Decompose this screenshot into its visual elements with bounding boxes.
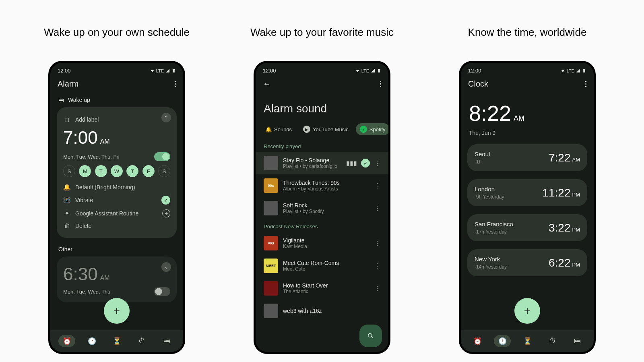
svg-rect-3 bbox=[379, 69, 380, 69]
nav-timer[interactable]: ⏳ bbox=[108, 335, 125, 347]
collapse-icon[interactable]: ⌃ bbox=[161, 113, 171, 122]
label-icon: ◻ bbox=[63, 116, 70, 123]
day-tue[interactable]: T bbox=[95, 165, 107, 177]
bell-icon: 🔔 bbox=[63, 184, 70, 191]
check-icon: ✓ bbox=[361, 159, 370, 168]
track-item[interactable]: Stay Flo - SolangePlaylist • by carlafco… bbox=[256, 152, 388, 174]
battery-icon bbox=[377, 68, 381, 73]
day-sun[interactable]: S bbox=[63, 165, 75, 177]
overflow-menu-icon[interactable] bbox=[175, 81, 176, 87]
panel-title: Wake up to your favorite music bbox=[250, 26, 394, 39]
add-label-button[interactable]: ◻ Add label bbox=[63, 114, 170, 126]
city-card[interactable]: San Francisco-17h Yesterday 3:22PM bbox=[467, 214, 587, 241]
panel-title: Wake up on your own schedule bbox=[44, 26, 190, 39]
track-item[interactable]: web3 with a16z bbox=[256, 300, 388, 322]
local-time: 8:22AM bbox=[469, 102, 586, 124]
alarm-toggle-off[interactable] bbox=[154, 287, 170, 296]
equalizer-icon: ▮▮▮ bbox=[346, 159, 357, 167]
city-card[interactable]: New York-14h Yesterday 6:22PM bbox=[467, 249, 587, 276]
page-title: Clock bbox=[468, 79, 488, 89]
album-art bbox=[264, 281, 278, 296]
search-fab[interactable] bbox=[359, 325, 382, 347]
panel-clock: Know the time, worldwide 12:00 LTE Clock… bbox=[429, 8, 626, 354]
track-menu-icon[interactable]: ⋮ bbox=[374, 182, 380, 190]
day-wed[interactable]: W bbox=[111, 165, 123, 177]
signal-icon bbox=[165, 68, 170, 73]
sound-row[interactable]: 🔔 Default (Bright Morning) bbox=[63, 181, 170, 193]
track-item[interactable]: MEET Meet Cute Rom-ComsMeet Cute ⋮ bbox=[256, 254, 388, 277]
nav-stopwatch[interactable]: ⏱ bbox=[544, 335, 561, 347]
track-menu-icon[interactable]: ⋮ bbox=[374, 205, 380, 212]
battery-icon bbox=[582, 68, 586, 73]
svg-rect-6 bbox=[583, 69, 585, 72]
svg-rect-0 bbox=[173, 69, 175, 72]
day-mon[interactable]: M bbox=[79, 165, 91, 177]
section-podcast: Podcast New Releases bbox=[256, 219, 388, 232]
vibrate-row[interactable]: 📳 Vibrate ✓ bbox=[63, 193, 170, 207]
nav-alarm[interactable]: ⏰ bbox=[469, 335, 486, 347]
chip-sounds[interactable]: 🔔Sounds bbox=[261, 123, 296, 135]
alarm-card-collapsed[interactable]: ⌄ 6:30AM Mon, Tue, Wed, Thu bbox=[57, 257, 177, 302]
delete-row[interactable]: 🗑 Delete bbox=[63, 220, 170, 232]
wifi-icon bbox=[150, 68, 155, 73]
track-item[interactable]: How to Start OverThe Atlantic ⋮ bbox=[256, 277, 388, 300]
phone-frame: 12:00 LTE Clock 8:22AM Thu, Jun 9 Seoul-… bbox=[459, 61, 596, 354]
check-icon: ✓ bbox=[161, 196, 170, 205]
source-tabs: 🔔Sounds ▶YouTube Music ♪Spotify Ca bbox=[256, 123, 388, 139]
section-other: Other bbox=[57, 244, 177, 257]
track-item[interactable]: 90s Throwback Tunes: 90sAlbum • by Vario… bbox=[256, 174, 388, 197]
status-bar: 12:00 LTE bbox=[256, 63, 388, 75]
nav-stopwatch[interactable]: ⏱ bbox=[133, 335, 150, 347]
svg-rect-7 bbox=[584, 69, 585, 69]
alarm-toggle[interactable] bbox=[154, 152, 170, 161]
album-art bbox=[264, 304, 278, 318]
album-art: 90s bbox=[264, 178, 278, 193]
nav-alarm[interactable]: ⏰ bbox=[58, 335, 75, 347]
track-menu-icon[interactable]: ⋮ bbox=[374, 159, 380, 167]
days-summary: Mon, Tue, Wed, Thu, Fri bbox=[63, 154, 120, 160]
assistant-icon: ✦ bbox=[63, 210, 70, 217]
nav-bedtime[interactable]: 🛏 bbox=[569, 335, 586, 347]
city-card[interactable]: London-9h Yesterday 11:22PM bbox=[467, 179, 587, 206]
overflow-menu-icon[interactable] bbox=[380, 81, 381, 87]
bottom-nav: ⏰ 🕐 ⏳ ⏱ 🛏 bbox=[50, 330, 183, 352]
add-city-fab[interactable]: + bbox=[514, 298, 540, 324]
spotify-icon: ♪ bbox=[360, 126, 367, 133]
track-item[interactable]: VIG VigilanteKast Media ⋮ bbox=[256, 232, 388, 254]
bed-icon: 🛏 bbox=[58, 97, 64, 103]
alarm-time-2: 6:30AM bbox=[63, 264, 110, 284]
nav-clock[interactable]: 🕐 bbox=[83, 335, 100, 347]
expand-icon[interactable]: ⌄ bbox=[161, 262, 171, 272]
svg-line-5 bbox=[372, 337, 373, 338]
album-art: VIG bbox=[264, 236, 278, 250]
nav-bedtime[interactable]: 🛏 bbox=[158, 335, 175, 347]
back-button[interactable]: ← bbox=[263, 79, 271, 89]
city-card[interactable]: Seoul-1h 7:22AM bbox=[467, 144, 587, 171]
local-date: Thu, Jun 9 bbox=[469, 130, 586, 136]
nav-clock[interactable]: 🕐 bbox=[494, 335, 511, 347]
track-menu-icon[interactable]: ⋮ bbox=[374, 240, 380, 247]
nav-timer[interactable]: ⏳ bbox=[519, 335, 536, 347]
day-thu[interactable]: T bbox=[126, 165, 138, 177]
track-menu-icon[interactable]: ⋮ bbox=[374, 262, 380, 270]
signal-icon bbox=[371, 68, 375, 73]
status-bar: 12:00 LTE bbox=[50, 63, 183, 75]
youtube-icon: ▶ bbox=[303, 126, 310, 133]
chip-youtube[interactable]: ▶YouTube Music bbox=[299, 123, 353, 135]
bottom-nav: ⏰ 🕐 ⏳ ⏱ 🛏 bbox=[461, 330, 594, 352]
day-fri[interactable]: F bbox=[142, 165, 155, 177]
panel-title: Know the time, worldwide bbox=[468, 26, 587, 39]
phone-frame: 12:00 LTE Alarm 🛏 Wake up ⌃ ◻ Add label bbox=[48, 61, 185, 354]
album-art bbox=[264, 201, 278, 215]
page-title: Alarm sound bbox=[256, 94, 388, 123]
overflow-menu-icon[interactable] bbox=[585, 81, 586, 87]
chip-spotify[interactable]: ♪Spotify bbox=[356, 123, 388, 135]
day-sat[interactable]: S bbox=[158, 165, 170, 177]
alarm-time[interactable]: 7:00AM bbox=[63, 128, 110, 147]
track-menu-icon[interactable]: ⋮ bbox=[374, 285, 380, 292]
add-alarm-fab[interactable]: + bbox=[104, 298, 130, 324]
wifi-icon bbox=[355, 68, 360, 73]
assistant-row[interactable]: ✦ Google Assistant Routine + bbox=[63, 207, 170, 220]
status-bar: 12:00 LTE bbox=[461, 63, 594, 75]
track-item[interactable]: Soft RockPlaylist • by Spotify ⋮ bbox=[256, 197, 388, 219]
